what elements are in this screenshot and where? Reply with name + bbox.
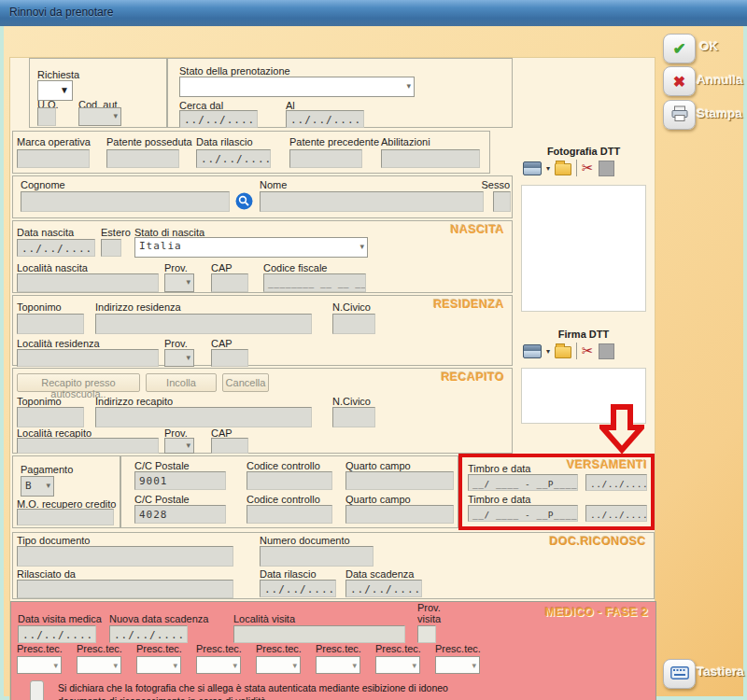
- codice-controllo-2-input[interactable]: [247, 505, 332, 524]
- presc-tec-item: Presc.tec.▾: [77, 643, 121, 675]
- dichiarazione-line1: Si dichiara che la fotografia che si all…: [58, 681, 448, 694]
- keyboard-icon: [670, 666, 689, 681]
- ncivico-residenza-input[interactable]: [332, 314, 375, 334]
- tipo-documento-input[interactable]: [17, 546, 233, 567]
- abilitazioni-label: Abilitazioni: [381, 136, 430, 147]
- uo-input[interactable]: [37, 107, 56, 126]
- toponimo-residenza-input[interactable]: [17, 314, 84, 334]
- doc-data-rilascio-input[interactable]: ../../....: [260, 580, 336, 597]
- toponimo-recapito-input[interactable]: [17, 407, 84, 427]
- data-nascita-input[interactable]: ../../....: [17, 239, 95, 257]
- sesso-input[interactable]: [493, 191, 511, 212]
- patente-posseduta-input[interactable]: [106, 149, 179, 168]
- localita-recapito-input[interactable]: [17, 438, 159, 454]
- cap-recapito-input[interactable]: [211, 438, 248, 454]
- cc-postale-2-input[interactable]: 4028: [134, 505, 226, 524]
- indirizzo-residenza-input[interactable]: [95, 314, 312, 334]
- al-input[interactable]: ../../....: [286, 110, 364, 128]
- timbro-1-input[interactable]: __/ ____ - __P_____: [468, 474, 578, 491]
- presc-tec-combo-5[interactable]: ▾: [256, 656, 301, 674]
- search-icon[interactable]: [235, 192, 253, 210]
- ok-button[interactable]: ✔: [663, 34, 696, 63]
- presc-tec-combo-4[interactable]: ▾: [196, 656, 241, 674]
- prov-recapito-combo[interactable]: ▾: [164, 438, 194, 454]
- chevron-down-icon: ▾: [233, 661, 237, 670]
- stato-nascita-combo[interactable]: Italia ▾: [134, 237, 368, 258]
- timbro-2-input[interactable]: __/ ____ - __P_____: [468, 505, 578, 522]
- acquire-signature-dropdown-icon[interactable]: ▾: [546, 347, 550, 356]
- annulla-button[interactable]: ✖: [663, 66, 696, 96]
- presc-tec-combo-1[interactable]: ▾: [17, 656, 62, 674]
- stampa-button-label[interactable]: Stampa: [697, 106, 742, 120]
- cognome-input[interactable]: [21, 191, 230, 212]
- indirizzo-recapito-input[interactable]: [95, 407, 312, 427]
- cancella-button[interactable]: Cancella: [222, 373, 269, 392]
- presc-tec-combo-2[interactable]: ▾: [77, 656, 121, 674]
- title-bar[interactable]: Rinnovi da prenotare: [0, 0, 747, 27]
- dichiarazione-checkbox[interactable]: [30, 680, 44, 700]
- codice-controllo-1-label: Codice controllo: [247, 460, 320, 471]
- open-photo-folder-icon[interactable]: [555, 163, 571, 175]
- estero-input[interactable]: [101, 239, 121, 257]
- nuova-data-scadenza-input[interactable]: ../../....: [109, 625, 188, 643]
- codice-controllo-1-input[interactable]: [247, 471, 332, 490]
- quarto-campo-1-input[interactable]: [345, 471, 454, 490]
- acquire-photo-dropdown-icon[interactable]: ▾: [546, 164, 550, 173]
- data-rilascio-input[interactable]: ../../....: [196, 149, 271, 168]
- patente-precedente-input[interactable]: [289, 149, 362, 168]
- cap-nascita-input[interactable]: [211, 273, 248, 292]
- photo-preview-area[interactable]: [521, 185, 646, 312]
- presc-tec-combo-6[interactable]: ▾: [316, 656, 360, 674]
- recapito-section-label: RECAPITO: [441, 371, 504, 384]
- presc-tec-combo-3[interactable]: ▾: [136, 656, 181, 674]
- crop-photo-icon[interactable]: ✂: [582, 160, 594, 176]
- window-title: Rinnovi da prenotare: [9, 6, 113, 19]
- acquire-photo-icon[interactable]: [523, 161, 542, 175]
- doc-data-scadenza-input[interactable]: ../../....: [345, 580, 422, 597]
- richiesta-groupbox: Richiesta ▼ U.O. Cod. aut. ▾: [29, 58, 167, 128]
- recapito-autoscuola-button[interactable]: Recapito presso autoscuola..: [17, 373, 140, 392]
- localita-nascita-input[interactable]: [17, 273, 159, 292]
- stampa-button[interactable]: [663, 100, 696, 130]
- localita-residenza-input[interactable]: [17, 349, 159, 367]
- richiesta-combo[interactable]: ▼: [37, 80, 73, 101]
- cod-aut-combo[interactable]: ▾: [78, 107, 121, 126]
- abilitazioni-input[interactable]: [381, 149, 480, 168]
- data-visita-medica-input[interactable]: ../../....: [18, 625, 96, 643]
- cerca-dal-input[interactable]: ../../....: [179, 110, 258, 128]
- cc-postale-1-label: C/C Postale: [134, 460, 190, 471]
- localita-visita-input[interactable]: [233, 625, 405, 643]
- codice-fiscale-input[interactable]: ________ __ __ ___: [263, 273, 366, 292]
- dichiarazione-text: Si dichiara che la fotografia che si all…: [58, 681, 448, 700]
- timbro-data-1-input[interactable]: ../../....: [585, 474, 647, 491]
- acquire-signature-icon[interactable]: [523, 344, 542, 358]
- presc-tec-combo-7[interactable]: ▾: [375, 656, 420, 674]
- stato-prenotazione-combo[interactable]: ▾: [179, 77, 415, 97]
- nome-input[interactable]: [260, 191, 484, 212]
- cc-postale-1-input[interactable]: 9001: [134, 471, 226, 490]
- numero-documento-input[interactable]: [260, 546, 374, 567]
- prov-nascita-combo[interactable]: ▾: [164, 273, 194, 292]
- timbro-data-2-input[interactable]: ../../....: [585, 505, 647, 522]
- open-signature-folder-icon[interactable]: [555, 346, 571, 358]
- tastiera-button-label[interactable]: Tastiera: [697, 665, 744, 679]
- incolla-button[interactable]: Incolla: [146, 373, 217, 392]
- ok-button-label[interactable]: OK: [699, 39, 718, 53]
- quarto-campo-2-input[interactable]: [345, 505, 454, 524]
- prov-visita-input[interactable]: [417, 625, 436, 643]
- annulla-button-label[interactable]: Annulla: [697, 73, 743, 87]
- tastiera-button[interactable]: [663, 659, 696, 689]
- signature-placeholder-icon[interactable]: [599, 343, 614, 359]
- crop-signature-icon[interactable]: ✂: [582, 343, 594, 359]
- chevron-down-icon: ▾: [186, 353, 190, 362]
- mo-recupero-input[interactable]: [17, 509, 114, 525]
- presc-tec-combo-8[interactable]: ▾: [435, 656, 480, 674]
- ncivico-recapito-input[interactable]: [332, 407, 375, 427]
- marca-operativa-input[interactable]: [17, 149, 90, 168]
- firma-dtt-title: Firma DTT: [521, 329, 646, 340]
- cap-residenza-input[interactable]: [211, 349, 248, 367]
- rilasciato-da-input[interactable]: [17, 580, 233, 598]
- pagamento-combo[interactable]: B ▾: [21, 476, 54, 497]
- photo-placeholder-icon[interactable]: [599, 161, 614, 176]
- prov-residenza-combo[interactable]: ▾: [164, 349, 194, 367]
